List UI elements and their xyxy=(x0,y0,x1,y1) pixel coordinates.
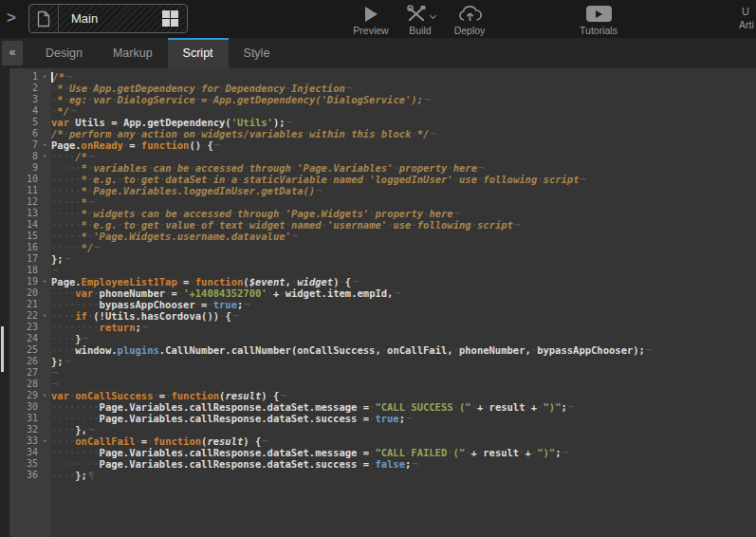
preview-button[interactable]: Preview xyxy=(349,4,393,36)
code-line: 5var·Utils·=·App.getDependency('Utils');… xyxy=(9,117,756,128)
eol-marker: ¬ xyxy=(478,162,484,174)
code-line-text: ·*·Use·App.getDependency·for·Dependency·… xyxy=(51,83,352,94)
line-number: 15 xyxy=(9,231,38,242)
line-number: 11 xyxy=(9,185,38,196)
tab-script[interactable]: Script xyxy=(168,38,229,68)
grid-view-icon[interactable] xyxy=(162,10,178,27)
code-line: 3·*·eg:·var·DialogService·=·App.getDepen… xyxy=(9,94,756,105)
eol-marker: ¬ xyxy=(232,310,238,322)
fold-marker-icon[interactable]: ▾ xyxy=(38,435,51,447)
left-panel-scrollbar[interactable] xyxy=(1,326,4,372)
line-number: 4 xyxy=(9,105,38,117)
code-line-text: ····/*¬ xyxy=(51,151,94,162)
eol-marker: ¬ xyxy=(581,174,586,185)
fold-gutter xyxy=(38,322,51,333)
collapsed-left-panel[interactable] xyxy=(0,68,9,537)
fold-gutter xyxy=(38,117,51,128)
line-number: 1 xyxy=(9,71,38,83)
eol-marker: ¬ xyxy=(424,94,430,105)
fold-marker-icon[interactable]: ▾ xyxy=(38,310,51,322)
code-line-text: ····var·phoneNumber·=·'+14084352700'·+·w… xyxy=(51,287,400,299)
code-line: 26};¬ xyxy=(9,356,756,367)
code-line-text: };¬ xyxy=(51,356,70,367)
code-line: 35········Page.Variables.callResponse.da… xyxy=(9,458,756,470)
fold-marker-icon[interactable]: ▾ xyxy=(38,390,51,401)
fold-gutter xyxy=(38,470,51,481)
tab-style[interactable]: Style xyxy=(229,38,286,68)
fold-marker-icon[interactable]: ▾ xyxy=(38,151,51,162)
code-line: 14·····*·e.g.·to·get·value·of·text·widge… xyxy=(9,219,756,231)
line-number: 21 xyxy=(9,299,38,310)
line-number: 17 xyxy=(9,253,38,265)
eol-marker: ¬ xyxy=(316,185,322,196)
code-line-text: };¬ xyxy=(51,253,70,265)
script-code-editor[interactable]: 1▾/*¬2·*·Use·App.getDependency·for·Depen… xyxy=(9,68,756,537)
fold-gutter xyxy=(38,367,51,379)
line-number: 18 xyxy=(9,265,38,276)
toolbar-right-clipped-button[interactable]: U Arti xyxy=(739,6,756,30)
tab-design[interactable]: Design xyxy=(30,38,98,68)
line-number: 36 xyxy=(9,470,38,481)
eol-marker: ¬ xyxy=(83,333,88,344)
eol-marker: ¬ xyxy=(52,379,58,390)
line-number: 31 xyxy=(9,413,38,424)
code-line: 1▾/*¬ xyxy=(9,71,756,83)
eol-marker: ¬ xyxy=(352,276,358,287)
page-selector-label: Main xyxy=(71,11,162,26)
code-line: 15·····*·'Page.Widgets.username.datavalu… xyxy=(9,231,756,242)
eol-marker: ¬ xyxy=(88,424,94,435)
fold-gutter xyxy=(38,287,51,299)
code-line: 36····};¶ xyxy=(9,470,756,481)
fold-gutter xyxy=(38,379,51,390)
eol-marker: ¬ xyxy=(568,401,574,413)
fold-marker-icon[interactable]: ▾ xyxy=(38,71,51,83)
page-selector-dropdown[interactable]: Main xyxy=(28,4,188,33)
fold-gutter xyxy=(38,356,51,367)
page-file-icon xyxy=(29,5,59,32)
code-line: 10·····*·e.g.·to·get·dataSet·in·a·static… xyxy=(9,174,756,185)
tab-bar-tabs: DesignMarkupScriptStyle xyxy=(30,38,285,68)
line-number: 20 xyxy=(9,287,38,299)
code-line: 34········Page.Variables.callResponse.da… xyxy=(9,447,756,458)
code-line: 17};¬ xyxy=(9,253,756,265)
eol-marker: ¬ xyxy=(94,242,100,253)
eol-marker: ¬ xyxy=(430,128,435,139)
fold-gutter xyxy=(38,447,51,458)
code-line: 21········bypassAppChooser·=·true;¬ xyxy=(9,299,756,310)
code-line-text: ········return;¬ xyxy=(51,322,148,333)
collapse-sidebar-button[interactable]: « xyxy=(2,41,23,65)
fold-gutter xyxy=(38,219,51,231)
code-line: 11·····*·Page.Variables.loggedInUser.get… xyxy=(9,185,756,196)
build-tools-icon xyxy=(406,5,427,23)
code-line: 31········Page.Variables.callResponse.da… xyxy=(9,413,756,424)
build-button[interactable]: Build xyxy=(398,4,442,36)
code-line-text: ·*·eg:·var·DialogService·=·App.getDepend… xyxy=(51,94,430,105)
deploy-button[interactable]: Deploy xyxy=(448,4,491,36)
eol-marker: ¬ xyxy=(88,196,94,208)
line-number: 34 xyxy=(9,447,38,458)
fold-gutter xyxy=(38,94,51,105)
eol-marker: ¬ xyxy=(65,356,70,367)
code-line-text: ········Page.Variables.callResponse.data… xyxy=(51,401,574,413)
fold-gutter xyxy=(38,231,51,242)
expand-panel-icon[interactable]: > xyxy=(7,9,16,28)
line-number: 6 xyxy=(9,128,38,139)
tab-markup[interactable]: Markup xyxy=(98,38,168,68)
eol-marker: ¬ xyxy=(88,151,94,162)
line-number: 5 xyxy=(9,117,38,128)
fold-gutter xyxy=(38,344,51,356)
code-line-text: ········bypassAppChooser·=·true;¬ xyxy=(51,299,250,310)
line-number: 32 xyxy=(9,424,38,435)
code-line-text: Page.EmployeeList1Tap·=·function($event,… xyxy=(51,276,359,287)
code-line-text: /*·perform·any·action·on·widgets/variabl… xyxy=(51,128,436,139)
clipped-label: Arti xyxy=(739,19,754,30)
line-number: 19 xyxy=(9,276,38,287)
fold-marker-icon[interactable]: ▾ xyxy=(38,276,51,287)
tutorials-button[interactable]: Tutorials xyxy=(577,4,620,36)
build-dropdown-chevron-icon[interactable] xyxy=(429,12,435,19)
fold-marker-icon[interactable]: ▾ xyxy=(38,139,51,151)
line-number: 28 xyxy=(9,379,38,390)
code-line-text: ¬ xyxy=(51,265,58,276)
code-line-text: ·····*·Page.Variables.loggedInUser.getDa… xyxy=(51,185,323,196)
eol-marker: ¬ xyxy=(244,299,249,310)
